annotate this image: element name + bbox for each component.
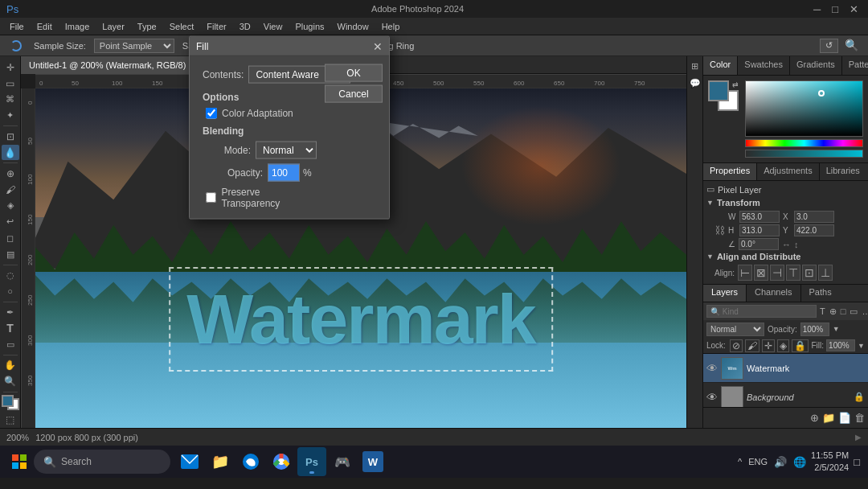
close-button[interactable]: ✕ (846, 3, 862, 15)
tab-layers[interactable]: Layers (703, 285, 747, 302)
blend-mode-select[interactable]: Normal Multiply Screen (706, 323, 764, 336)
menu-filter[interactable]: Filter (200, 20, 232, 33)
menu-layer[interactable]: Layer (96, 20, 131, 33)
history-brush-tool[interactable]: ↩ (2, 214, 19, 229)
tab-swatches[interactable]: Swatches (738, 56, 790, 75)
new-layer-btn[interactable]: 📄 (838, 412, 851, 424)
tab-channels[interactable]: Channels (747, 285, 800, 302)
menu-plugins[interactable]: Plugins (289, 20, 330, 33)
layers-toolbar-type[interactable]: T (819, 306, 826, 317)
layer-visibility-background[interactable]: 👁 (706, 391, 718, 404)
layer-visibility-watermark[interactable]: 👁 (706, 362, 718, 375)
shape-tool[interactable]: ▭ (2, 337, 19, 352)
menu-view[interactable]: View (257, 20, 289, 33)
spot-healing-tool[interactable]: ⊕ (2, 166, 19, 181)
color-adaptation-checkbox[interactable] (206, 108, 217, 119)
y-input[interactable] (794, 224, 834, 236)
menu-select[interactable]: Select (163, 20, 201, 33)
brush-tool[interactable]: 🖌 (2, 182, 19, 197)
menu-3d[interactable]: 3D (233, 20, 257, 33)
align-right-btn[interactable]: ⊣ (770, 265, 784, 281)
taskbar-app-explorer[interactable]: 📁 (206, 447, 235, 476)
new-group-btn[interactable]: 📁 (822, 412, 835, 424)
lock-image-icon[interactable]: 🖌 (745, 339, 760, 352)
preserve-transparency-checkbox[interactable] (206, 192, 216, 203)
search-icon-small[interactable]: 🔍 (841, 39, 862, 53)
flip-h-icon[interactable]: ↔ (782, 240, 791, 249)
history-back[interactable]: ↺ (820, 39, 838, 53)
color-fg-bg[interactable]: ⇄ (708, 80, 739, 111)
pen-tool[interactable]: ✒ (2, 305, 19, 320)
delete-layer-btn[interactable]: 🗑 (854, 412, 865, 424)
align-left-btn[interactable]: ⊢ (738, 265, 752, 281)
taskbar-volume-icon[interactable]: 🔊 (772, 454, 788, 470)
layer-item-background[interactable]: 👁 Background 🔒 (703, 383, 868, 407)
tab-adjustments[interactable]: Adjustments (757, 163, 820, 180)
tab-properties[interactable]: Properties (703, 163, 757, 180)
mini-tool-1[interactable]: ⊞ (690, 60, 700, 73)
fill-mode-select[interactable]: Normal Dissolve Multiply Screen (256, 142, 317, 159)
align-bottom-btn[interactable]: ⊥ (818, 265, 833, 281)
taskbar-app-unknown1[interactable]: 🎮 (328, 447, 357, 476)
flip-v-icon[interactable]: ↕ (794, 240, 799, 249)
align-header[interactable]: ▼ Align and Distribute (706, 252, 865, 261)
preserve-transparency-label[interactable]: Preserve Transparency (221, 187, 317, 209)
layers-toolbar-layer[interactable]: ▭ (849, 306, 858, 318)
lock-position-icon[interactable]: ✛ (762, 339, 775, 352)
color-hue-bar[interactable] (745, 139, 863, 147)
layer-item-watermark[interactable]: 👁 Wm Watermark (703, 354, 868, 383)
hand-tool[interactable]: ✋ (2, 358, 19, 373)
h-input[interactable] (739, 224, 780, 236)
fill-opacity-input[interactable] (268, 164, 300, 182)
color-alpha-bar[interactable] (745, 150, 863, 158)
new-adjustment-layer-btn[interactable]: ⊕ (810, 412, 819, 424)
tab-libraries[interactable]: Libraries (820, 163, 866, 180)
lasso-tool[interactable]: ⌘ (2, 92, 19, 107)
selection-tool[interactable]: ▭ (2, 76, 19, 91)
lock-artboard-icon[interactable]: ◈ (777, 339, 789, 352)
layers-toolbar-adjust[interactable]: ⊕ (829, 306, 837, 318)
fill-color-adaptation-row[interactable]: Color Adaptation (203, 108, 317, 119)
taskbar-app-mail[interactable] (175, 447, 204, 476)
taskbar-lang[interactable]: ENG (747, 455, 769, 468)
zoom-tool[interactable]: 🔍 (2, 374, 19, 389)
align-center-h-btn[interactable]: ⊠ (754, 265, 768, 281)
menu-image[interactable]: Image (59, 20, 96, 33)
fill-dialog-close-btn[interactable]: ✕ (373, 39, 383, 52)
taskbar-search[interactable]: 🔍 Search (34, 450, 170, 474)
mini-tool-2[interactable]: 💬 (688, 76, 702, 90)
menu-help[interactable]: Help (375, 20, 407, 33)
color-spectrum[interactable] (745, 80, 863, 137)
opacity-dropdown-icon[interactable]: ▼ (833, 325, 840, 333)
eraser-tool[interactable]: ◻ (2, 231, 19, 246)
transform-header[interactable]: ▼ Transform (706, 198, 865, 208)
tab-patterns[interactable]: Patterns (842, 56, 868, 75)
taskbar-app-ps[interactable]: Ps (297, 447, 326, 476)
text-tool[interactable]: T (2, 321, 19, 336)
tab-gradients[interactable]: Gradients (790, 56, 842, 75)
align-top-btn[interactable]: ⊤ (786, 265, 800, 281)
layers-toolbar-smart[interactable]: □ (840, 306, 847, 317)
taskbar-notification-icon[interactable]: □ (852, 454, 862, 470)
gradient-tool[interactable]: ▤ (2, 247, 19, 262)
w-input[interactable] (739, 211, 780, 223)
taskbar-network-icon[interactable]: 🌐 (792, 454, 808, 470)
taskbar-app-word[interactable]: W (358, 447, 387, 476)
move-tool[interactable]: ✛ (2, 60, 19, 75)
align-center-v-btn[interactable]: ⊡ (802, 265, 817, 281)
lock-transparency-icon[interactable]: ⊘ (730, 339, 743, 352)
fill-cancel-button[interactable]: Cancel (325, 85, 383, 103)
opacity-input[interactable] (800, 323, 829, 336)
menu-edit[interactable]: Edit (31, 20, 59, 33)
fill-dialog-titlebar[interactable]: Fill ✕ (190, 37, 389, 56)
dodge-tool[interactable]: ○ (2, 284, 19, 299)
menu-file[interactable]: File (3, 20, 31, 33)
tab-color[interactable]: Color (703, 56, 738, 75)
layers-toolbar-more[interactable]: … (861, 306, 868, 317)
fill-dropdown-icon[interactable]: ▼ (858, 342, 865, 350)
x-input[interactable] (794, 211, 834, 223)
color-adaptation-label[interactable]: Color Adaptation (222, 108, 293, 119)
start-button[interactable] (6, 449, 32, 475)
maximize-button[interactable]: □ (829, 3, 841, 15)
quick-mask-button[interactable]: ⬚ (2, 413, 19, 428)
